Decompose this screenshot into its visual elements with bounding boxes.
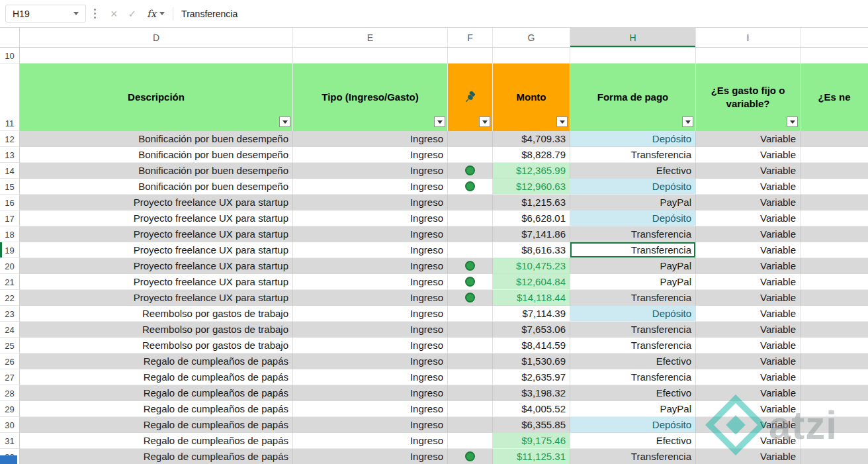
cell-extra[interactable] [801, 369, 868, 385]
cell-gasto-fijo-variable[interactable]: Variable [696, 433, 801, 449]
filter-dropdown-button[interactable] [479, 116, 490, 127]
cell-monto[interactable]: $7,114.39 [493, 306, 570, 322]
row-number[interactable]: 11 [0, 64, 20, 131]
cell-descripcion[interactable]: Proyecto freelance UX para startup [20, 226, 293, 242]
name-box[interactable]: H19 [5, 5, 86, 23]
cell-descripcion[interactable]: Regalo de cumpleaños de papás [20, 353, 293, 369]
row-number[interactable]: 16 [0, 195, 20, 210]
cell-tipo[interactable]: Ingreso [293, 210, 448, 226]
cell-forma-de-pago[interactable]: Depósito [570, 179, 696, 195]
cell-forma-de-pago[interactable]: Transferencia [570, 449, 696, 464]
cell-icon-flag[interactable] [448, 258, 493, 274]
cell-extra[interactable] [801, 433, 868, 449]
cell-descripcion[interactable]: Proyecto freelance UX para startup [20, 274, 293, 290]
cell-monto[interactable]: $7,141.86 [493, 226, 570, 242]
cell-monto[interactable]: $6,628.01 [493, 210, 570, 226]
cell-extra[interactable] [801, 338, 868, 353]
cell-gasto-fijo-variable[interactable]: Variable [696, 417, 801, 433]
cell-forma-de-pago[interactable]: Depósito [570, 306, 696, 322]
cell-monto[interactable]: $2,635.97 [493, 369, 570, 385]
cell-extra[interactable] [801, 290, 868, 306]
cell-icon-flag[interactable] [448, 401, 493, 417]
confirm-icon[interactable]: ✓ [128, 9, 137, 19]
cell-tipo[interactable]: Ingreso [293, 338, 448, 353]
empty-cell[interactable] [293, 48, 448, 64]
row-number[interactable]: 26 [0, 353, 20, 369]
cell-gasto-fijo-variable[interactable]: Variable [696, 338, 801, 353]
cell-descripcion[interactable]: Reembolso por gastos de trabajo [20, 338, 293, 353]
cell-gasto-fijo-variable[interactable]: Variable [696, 242, 801, 258]
cell-forma-de-pago[interactable]: PayPal [570, 401, 696, 417]
cell-tipo[interactable]: Ingreso [293, 449, 448, 464]
cell-gasto-fijo-variable[interactable]: Variable [696, 306, 801, 322]
cell-descripcion[interactable]: Regalo de cumpleaños de papás [20, 433, 293, 449]
cell-gasto-fijo-variable[interactable]: Variable [696, 147, 801, 163]
column-header-f[interactable]: F [448, 28, 493, 47]
cell-icon-flag[interactable] [448, 417, 493, 433]
cell-tipo[interactable]: Ingreso [293, 179, 448, 195]
cell-extra[interactable] [801, 385, 868, 401]
cell-icon-flag[interactable] [448, 322, 493, 338]
cell-monto[interactable]: $8,828.79 [493, 147, 570, 163]
cell-tipo[interactable]: Ingreso [293, 385, 448, 401]
cell-forma-de-pago[interactable]: Transferencia [570, 147, 696, 163]
cell-forma-de-pago[interactable]: Transferencia [570, 369, 696, 385]
row-number[interactable]: 22 [0, 290, 20, 306]
filter-dropdown-button[interactable] [682, 116, 693, 127]
cell-icon-flag[interactable] [448, 163, 493, 179]
header-forma-de-pago[interactable]: Forma de pago [570, 64, 696, 131]
cell-icon-flag[interactable] [448, 385, 493, 401]
row-number[interactable]: 14 [0, 163, 20, 179]
cell-descripcion[interactable]: Regalo de cumpleaños de papás [20, 369, 293, 385]
cell-tipo[interactable]: Ingreso [293, 417, 448, 433]
cell-forma-de-pago[interactable]: Efectivo [570, 163, 696, 179]
cell-descripcion[interactable]: Proyecto freelance UX para startup [20, 290, 293, 306]
cell-icon-flag[interactable] [448, 353, 493, 369]
row-number[interactable]: 31 [0, 433, 20, 449]
empty-cell[interactable] [570, 48, 696, 64]
cell-descripcion[interactable]: Reembolso por gastos de trabajo [20, 306, 293, 322]
cell-gasto-fijo-variable[interactable]: Variable [696, 210, 801, 226]
cell-extra[interactable] [801, 274, 868, 290]
row-number[interactable]: 19 [0, 242, 20, 258]
cell-tipo[interactable]: Ingreso [293, 322, 448, 338]
cell-icon-flag[interactable] [448, 433, 493, 449]
cell-monto[interactable]: $14,118.44 [493, 290, 570, 306]
cell-gasto-fijo-variable[interactable]: Variable [696, 290, 801, 306]
row-number[interactable]: 18 [0, 226, 20, 242]
cell-forma-de-pago[interactable]: Efectivo [570, 433, 696, 449]
cell-forma-de-pago[interactable]: PayPal [570, 195, 696, 210]
cell-forma-de-pago[interactable]: Depósito [570, 417, 696, 433]
cell-monto[interactable]: $9,175.46 [493, 433, 570, 449]
cell-gasto-fijo-variable[interactable]: Variable [696, 353, 801, 369]
cell-descripcion[interactable]: Bonificación por buen desempeño [20, 179, 293, 195]
empty-cell[interactable] [493, 48, 570, 64]
cell-extra[interactable] [801, 195, 868, 210]
column-header-i[interactable]: I [696, 28, 801, 47]
cell-extra[interactable] [801, 179, 868, 195]
header-descripcion[interactable]: Descripción [20, 64, 293, 131]
cell-descripcion[interactable]: Bonificación por buen desempeño [20, 131, 293, 147]
cell-icon-flag[interactable] [448, 195, 493, 210]
cell-icon-flag[interactable] [448, 306, 493, 322]
cell-icon-flag[interactable] [448, 147, 493, 163]
row-number[interactable]: 10 [0, 48, 20, 64]
cell-gasto-fijo-variable[interactable]: Variable [696, 401, 801, 417]
cell-descripcion[interactable]: Reembolso por gastos de trabajo [20, 322, 293, 338]
cell-descripcion[interactable]: Regalo de cumpleaños de papás [20, 449, 293, 464]
cell-extra[interactable] [801, 163, 868, 179]
cell-tipo[interactable]: Ingreso [293, 433, 448, 449]
cell-monto[interactable]: $10,475.23 [493, 258, 570, 274]
cell-gasto-fijo-variable[interactable]: Variable [696, 369, 801, 385]
empty-cell[interactable] [448, 48, 493, 64]
cell-extra[interactable] [801, 417, 868, 433]
empty-cell[interactable] [801, 48, 868, 64]
row-number[interactable]: 17 [0, 210, 20, 226]
cell-forma-de-pago[interactable]: Transferencia [570, 338, 696, 353]
cell-descripcion[interactable]: Proyecto freelance UX para startup [20, 258, 293, 274]
header-gasto-fijo-variable[interactable]: ¿Es gasto fijo o variable? [696, 64, 801, 131]
cell-descripcion[interactable]: Bonificación por buen desempeño [20, 147, 293, 163]
cell-extra[interactable] [801, 242, 868, 258]
filter-dropdown-button[interactable] [556, 116, 568, 127]
row-number[interactable]: 30 [0, 417, 20, 433]
